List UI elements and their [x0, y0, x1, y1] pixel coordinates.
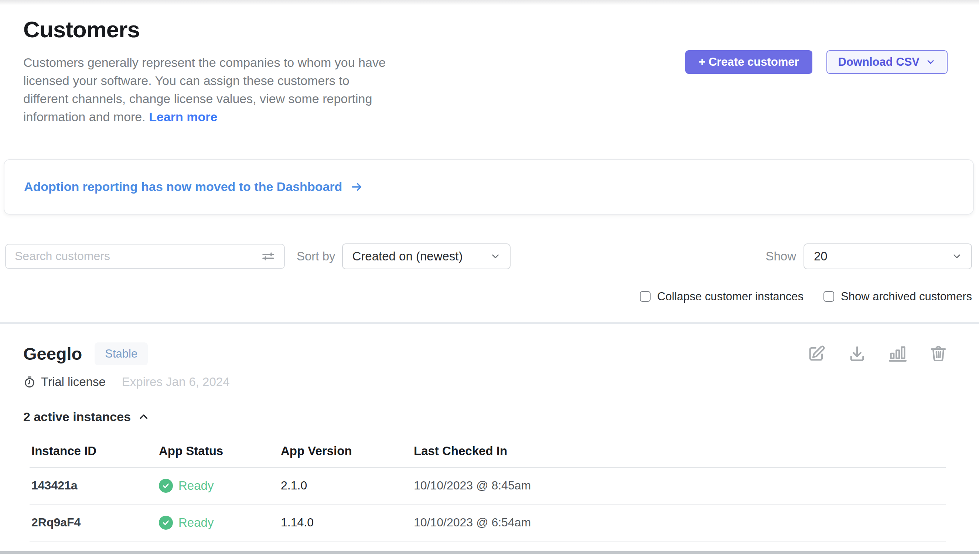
- app-version: 2.1.0: [281, 479, 414, 492]
- page-header: Customers Customers generally represent …: [0, 5, 979, 126]
- customer-actions: [807, 344, 948, 363]
- instance-id: 2Rq9aF4: [32, 516, 159, 529]
- top-scroll-shadow: [0, 0, 979, 5]
- check-circle-icon: [159, 479, 173, 493]
- page-size-value: 20: [814, 249, 827, 263]
- col-header-instance-id: Instance ID: [32, 444, 159, 458]
- edit-icon[interactable]: [807, 344, 826, 363]
- filter-sliders-icon[interactable]: [260, 248, 276, 264]
- bar-chart-icon[interactable]: [888, 344, 907, 363]
- header-text-block: Customers Customers generally represent …: [23, 16, 396, 126]
- chevron-down-icon: [951, 251, 962, 262]
- customer-name[interactable]: Geeglo: [23, 343, 82, 364]
- create-customer-button[interactable]: + Create customer: [685, 50, 812, 74]
- sort-by-label: Sort by: [297, 249, 335, 263]
- instance-id: 143421a: [32, 479, 159, 492]
- table-row[interactable]: 143421a Ready 2.1.0 10/10/2023 @ 8:45am: [30, 468, 946, 505]
- list-toggles: Collapse customer instances Show archive…: [0, 290, 972, 303]
- show-archived-label: Show archived customers: [841, 290, 972, 303]
- download-csv-button[interactable]: Download CSV: [826, 50, 947, 74]
- license-row: Trial license Expires Jan 6, 2024: [23, 375, 953, 389]
- collapse-instances-label: Collapse customer instances: [657, 290, 804, 303]
- header-actions: + Create customer Download CSV: [685, 50, 947, 126]
- instances-table-header: Instance ID App Status App Version Last …: [30, 438, 946, 468]
- channel-badge[interactable]: Stable: [95, 342, 148, 365]
- show-label: Show: [766, 249, 796, 263]
- app-version: 1.14.0: [281, 516, 414, 529]
- collapse-instances-toggle[interactable]: Collapse customer instances: [640, 290, 804, 303]
- page-title: Customers: [23, 16, 396, 42]
- instances-toggle[interactable]: 2 active instances: [23, 410, 953, 424]
- chevron-up-icon: [137, 410, 150, 423]
- learn-more-link[interactable]: Learn more: [149, 110, 217, 124]
- license-type: Trial license: [23, 375, 106, 389]
- trash-icon[interactable]: [929, 344, 948, 363]
- app-status-label: Ready: [178, 479, 213, 493]
- sort-select-value: Created on (newest): [352, 249, 463, 263]
- page-bottom-divider: [0, 551, 979, 554]
- search-box: [5, 244, 285, 269]
- col-header-last-checked-in: Last Checked In: [414, 444, 946, 458]
- search-input[interactable]: [15, 249, 255, 263]
- stopwatch-icon: [23, 376, 36, 388]
- col-header-app-version: App Version: [281, 444, 414, 458]
- list-controls: Sort by Created on (newest) Show 20: [5, 243, 972, 269]
- page-size-select[interactable]: 20: [804, 243, 972, 269]
- license-expiry: Expires Jan 6, 2024: [122, 375, 230, 389]
- customer-card: Geeglo Stable: [0, 324, 979, 542]
- page-description: Customers generally represent the compan…: [23, 53, 396, 126]
- adoption-reporting-banner[interactable]: Adoption reporting has now moved to the …: [4, 159, 974, 215]
- instances-toggle-label: 2 active instances: [23, 410, 131, 424]
- license-type-label: Trial license: [41, 375, 106, 389]
- col-header-app-status: App Status: [159, 444, 281, 458]
- chevron-down-icon: [926, 57, 936, 67]
- show-archived-checkbox[interactable]: [824, 291, 834, 302]
- show-archived-toggle[interactable]: Show archived customers: [824, 290, 972, 303]
- table-row[interactable]: 2Rq9aF4 Ready 1.14.0 10/10/2023 @ 6:54am: [30, 505, 946, 542]
- instances-table: Instance ID App Status App Version Last …: [30, 438, 946, 542]
- last-checked-in: 10/10/2023 @ 6:54am: [414, 516, 946, 529]
- sort-select[interactable]: Created on (newest): [342, 243, 510, 269]
- customers-page: Customers Customers generally represent …: [0, 0, 979, 560]
- download-csv-label: Download CSV: [838, 55, 919, 69]
- app-status: Ready: [159, 516, 281, 530]
- check-circle-icon: [159, 516, 173, 530]
- arrow-right-icon: [350, 180, 364, 193]
- chevron-down-icon: [490, 251, 501, 262]
- customer-header-row: Geeglo Stable: [23, 342, 953, 365]
- app-status-label: Ready: [178, 516, 213, 530]
- app-status: Ready: [159, 479, 281, 493]
- download-icon[interactable]: [847, 344, 867, 363]
- last-checked-in: 10/10/2023 @ 8:45am: [414, 479, 946, 492]
- banner-link-text[interactable]: Adoption reporting has now moved to the …: [24, 180, 342, 194]
- collapse-instances-checkbox[interactable]: [640, 291, 650, 302]
